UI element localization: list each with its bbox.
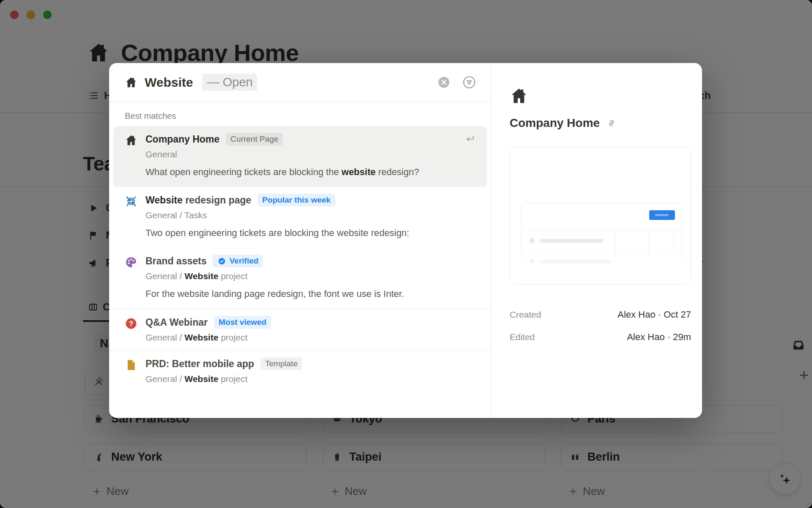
result-title: Company Home — [145, 134, 219, 145]
search-result-company-home[interactable]: Company Home Current Page General What o… — [113, 126, 487, 187]
popular-badge: Popular this week — [258, 194, 335, 206]
verified-badge: Verified — [213, 255, 263, 267]
preview-blue-button — [649, 210, 675, 220]
most-viewed-badge: Most viewed — [214, 316, 271, 329]
results-section-label: Best matches — [125, 111, 491, 121]
result-snippet: Two open engineering tickets are blockin… — [145, 226, 476, 240]
result-snippet: What open engineering tickets are blocki… — [145, 165, 420, 179]
page-preview-thumbnail[interactable] — [510, 147, 691, 285]
result-title: Brand assets — [145, 255, 206, 267]
search-modal: Website — Open Best matches — [109, 63, 702, 418]
result-path: General / Website project — [145, 374, 476, 384]
result-path: General / Website project — [145, 271, 476, 281]
search-result-prd[interactable]: PRD: Better mobile app Template General … — [109, 350, 491, 392]
search-results-pane: Website — Open Best matches — [109, 63, 491, 418]
result-title: PRD: Better mobile app — [145, 358, 254, 370]
search-result-brand-assets[interactable]: Brand assets Verified General / Website … — [109, 248, 491, 309]
svg-text:?: ? — [129, 320, 133, 328]
search-header[interactable]: Website — Open — [109, 63, 491, 102]
filter-button[interactable] — [462, 75, 477, 90]
verified-seal-icon — [217, 257, 226, 266]
search-results-list: Best matches Company Home Current Page — [109, 102, 491, 392]
current-page-badge: Current Page — [226, 133, 283, 146]
edited-label: Edited — [510, 332, 535, 342]
search-result-website-redesign[interactable]: Website redesign page Popular this week … — [109, 187, 491, 248]
result-path: General — [145, 149, 476, 159]
home-icon — [125, 76, 137, 89]
app-window: Company Home H arch Tea a C M P C NA — [0, 0, 812, 508]
collapse-arrows-icon — [125, 195, 137, 208]
home-icon — [510, 87, 691, 105]
edited-value: Alex Hao · 29m — [627, 332, 691, 343]
search-result-qa-webinar[interactable]: ? Q&A Webinar Most viewed General / Webs… — [109, 309, 491, 350]
page-preview-pane: Company Home — [491, 63, 702, 418]
question-mark-icon: ? — [125, 317, 137, 330]
page-meta: Created Alex Hao · Oct 27 Edited Alex Ha… — [510, 303, 691, 348]
created-row: Created Alex Hao · Oct 27 — [510, 303, 691, 326]
created-value: Alex Hao · Oct 27 — [617, 309, 691, 320]
palette-icon — [125, 256, 137, 269]
result-path: General / Tasks — [145, 210, 476, 220]
template-badge: Template — [261, 357, 302, 370]
enter-return-icon — [464, 133, 476, 145]
result-title: Website redesign page — [145, 195, 251, 206]
created-label: Created — [510, 310, 541, 320]
search-autocomplete-suggestion[interactable]: — Open — [202, 74, 257, 91]
search-input[interactable]: Website — [145, 75, 193, 90]
result-title: Q&A Webinar — [145, 317, 208, 328]
result-snippet: For the website landing page redesign, t… — [145, 287, 476, 301]
copy-link-icon[interactable] — [606, 118, 617, 128]
result-path: General / Website project — [145, 332, 476, 343]
document-icon — [125, 359, 137, 371]
home-icon — [125, 134, 137, 147]
preview-page-title: Company Home — [510, 116, 600, 130]
clear-search-button[interactable] — [437, 76, 450, 89]
edited-row: Edited Alex Hao · 29m — [510, 326, 691, 348]
